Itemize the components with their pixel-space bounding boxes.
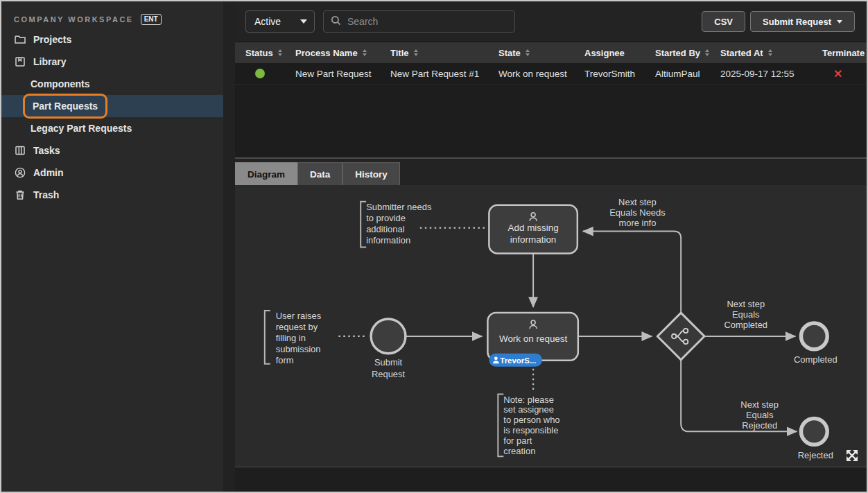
tab-data[interactable]: Data [297,162,342,185]
cell-state: Work on request [498,69,584,79]
tasks-icon [14,144,26,157]
trash-icon [14,189,26,201]
sort-icon [705,49,709,56]
main-panel: Active CSV Submit Request Status [235,1,867,492]
sort-icon [768,49,772,56]
cell-started-by: AltiumPaul [655,69,720,79]
column-header-state[interactable]: State [498,48,584,58]
terminate-button[interactable]: ✕ [833,67,842,80]
column-header-process-name[interactable]: Process Name [295,48,390,58]
node-gateway[interactable] [657,313,704,360]
bottom-strip [235,467,867,492]
svg-text:Completed: Completed [794,354,837,365]
flow-gateway-to-addmissing [583,232,681,313]
node-completed-end-event[interactable]: Completed [794,323,837,365]
sidebar-item-part-requests[interactable]: Part Requests [1,95,223,117]
submit-request-label: Submit Request [763,17,831,27]
app-window: COMPANY WORKSPACE ENT Projects Library C… [0,0,868,493]
close-icon: ✕ [833,68,842,80]
svg-text:Equals: Equals [746,410,774,420]
flow-gateway-to-rejected [681,360,797,432]
node-start-event[interactable]: Submit Request [371,319,406,379]
submit-request-button[interactable]: Submit Request [750,11,855,32]
sidebar-item-library[interactable]: Library [1,51,223,73]
svg-text:Request: Request [372,369,406,379]
folder-icon [14,33,26,46]
column-header-title[interactable]: Title [390,48,498,58]
bracket-user-raises [265,311,270,364]
sort-icon [414,49,418,56]
edge-label-rejected: Next step Equals Rejected [740,399,779,431]
sidebar-item-legacy-part-requests[interactable]: Legacy Part Requests [1,117,223,139]
node-work-on-request[interactable]: Work on request TrevorS... [487,313,578,367]
column-header-started-at[interactable]: Started At [720,48,819,58]
sidebar-item-projects[interactable]: Projects [1,28,223,51]
column-header-assignee: Assignee [584,48,655,58]
sidebar-item-label: Components [31,78,90,89]
svg-text:Rejected: Rejected [798,450,833,460]
svg-text:Equals: Equals [732,309,760,320]
enterprise-badge: ENT [141,14,162,25]
sequence-flows [406,232,797,432]
toolbar: Active CSV Submit Request [235,1,867,42]
node-add-missing-information[interactable]: Add missing information [489,205,577,254]
svg-text:information: information [510,234,556,245]
svg-text:Submit: Submit [374,357,403,367]
column-header-started-by[interactable]: Started By [655,48,720,58]
filter-value: Active [254,16,281,27]
edge-label-needs-more-info: Next step Equals Needs more info [609,197,666,228]
tab-history[interactable]: History [342,162,400,185]
svg-text:additional: additional [366,224,405,234]
bracket-note [498,395,503,457]
csv-button[interactable]: CSV [702,11,745,32]
search-input[interactable] [347,16,507,27]
expand-diagram-button[interactable] [846,449,858,462]
column-header-terminate: Terminate [819,48,867,58]
highlight-outline: Part Requests [23,94,107,119]
svg-text:Note: please: Note: please [503,395,554,405]
csv-button-label: CSV [714,17,733,27]
svg-text:to person who: to person who [503,415,559,425]
svg-text:Next step: Next step [740,399,779,410]
node-rejected-end-event[interactable]: Rejected [798,418,833,460]
requests-table: Status Process Name Title State Assignee… [235,42,867,157]
sort-icon [363,49,367,56]
cell-title: New Part Request #1 [390,69,498,79]
sidebar-item-label: Legacy Part Requests [31,123,132,134]
status-filter-select[interactable]: Active [245,10,315,33]
sidebar-item-label: Part Requests [33,101,98,112]
svg-text:for part: for part [503,435,532,446]
svg-text:User raises: User raises [276,311,321,321]
sidebar-item-tasks[interactable]: Tasks [1,139,223,162]
annotation-note: Note: please set assignee to person who … [503,395,559,457]
sidebar-item-trash[interactable]: Trash [1,184,223,206]
tab-diagram[interactable]: Diagram [235,162,297,185]
workspace-title: COMPANY WORKSPACE [14,15,134,24]
search-icon [331,15,341,28]
assignee-badge[interactable]: TrevorS... [489,354,542,367]
sidebar-divider [223,1,235,492]
svg-text:Add missing: Add missing [508,223,559,233]
search-box[interactable] [323,10,515,33]
sidebar-item-components[interactable]: Components [1,73,223,95]
svg-text:filling in: filling in [276,333,306,343]
sort-icon [526,49,530,56]
svg-text:information: information [366,235,410,245]
svg-text:Rejected: Rejected [742,420,777,431]
sidebar-item-admin[interactable]: Admin [1,162,223,184]
sidebar-item-label: Trash [33,189,59,200]
sidebar: COMPANY WORKSPACE ENT Projects Library C… [1,1,223,492]
bpmn-diagram: Submitter needs to provide additional in… [235,185,867,467]
column-header-status[interactable]: Status [235,48,295,58]
svg-text:Work on request: Work on request [499,334,568,344]
bracket-submitter [361,202,366,248]
status-dot [255,69,265,78]
cell-started-at: 2025-09-17 12:55 [720,69,819,79]
sidebar-nav: Projects Library Components Part Request… [1,28,223,206]
chevron-down-icon [300,19,307,24]
svg-text:Next step: Next step [727,299,765,309]
table-row[interactable]: New Part Request New Part Request #1 Wor… [235,63,867,85]
table-header: Status Process Name Title State Assignee… [235,42,867,63]
cell-terminate: ✕ [819,67,867,80]
workspace-header: COMPANY WORKSPACE ENT [1,1,223,28]
